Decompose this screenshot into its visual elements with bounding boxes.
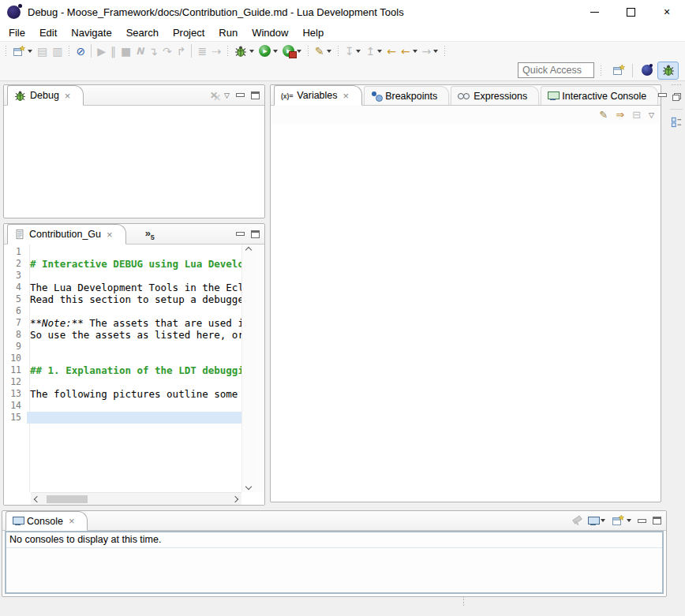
resume-button[interactable]: ▶ xyxy=(95,43,108,59)
vertical-scrollbar[interactable] xyxy=(241,245,254,492)
menu-help[interactable]: Help xyxy=(295,25,331,40)
scroll-down-icon[interactable] xyxy=(245,483,252,490)
toolbar-handle[interactable] xyxy=(5,45,7,57)
debug-button[interactable] xyxy=(232,43,256,59)
step-over-button[interactable]: ↷ xyxy=(160,43,174,59)
dropdown-arrow-icon[interactable] xyxy=(28,50,32,53)
dropdown-arrow-icon[interactable] xyxy=(377,50,382,53)
tab-interactive-console[interactable]: Interactive Console xyxy=(541,86,658,105)
toolbar-handle[interactable] xyxy=(444,45,446,57)
restore-view-button[interactable] xyxy=(668,89,684,105)
tab-console[interactable]: Console × xyxy=(6,511,88,531)
scroll-left-icon[interactable] xyxy=(34,496,40,502)
dropdown-arrow-icon[interactable] xyxy=(413,50,417,53)
open-perspective-button[interactable] xyxy=(608,62,629,80)
editor-view: Contribution_Gu × »5 1 2 # Interactive D… xyxy=(3,223,265,506)
dropdown-arrow-icon[interactable] xyxy=(327,50,331,53)
show-logical-structures-button[interactable]: ⇒ xyxy=(616,110,624,120)
close-tab-icon[interactable]: × xyxy=(343,91,350,101)
new-wizard-button[interactable] xyxy=(10,43,35,59)
remove-all-terminated-button[interactable]: ✕ xyxy=(210,90,218,101)
run-button[interactable] xyxy=(256,43,280,58)
horizontal-scrollbar[interactable] xyxy=(31,492,241,505)
toolbar-handle[interactable] xyxy=(307,45,309,57)
terminate-button[interactable]: ■ xyxy=(118,43,133,59)
dropdown-arrow-icon[interactable] xyxy=(297,50,301,53)
close-tab-icon[interactable]: × xyxy=(107,230,113,240)
maximize-window-button[interactable] xyxy=(612,0,649,24)
trim-separator xyxy=(670,109,683,110)
suspend-button[interactable]: ‖ xyxy=(108,43,118,59)
last-edit-location-button[interactable]: ← xyxy=(384,43,399,59)
use-step-filters-button[interactable]: ≣ xyxy=(195,43,209,59)
close-window-button[interactable]: × xyxy=(649,0,685,24)
outline-view-button[interactable] xyxy=(668,114,684,129)
scroll-right-icon[interactable] xyxy=(232,496,238,502)
minimize-icon xyxy=(590,12,599,13)
dropdown-arrow-icon[interactable] xyxy=(601,519,605,522)
external-tools-button[interactable] xyxy=(280,43,304,58)
tab-debug[interactable]: Debug × xyxy=(7,85,84,106)
minimize-view-button[interactable] xyxy=(236,232,245,236)
minimize-window-button[interactable] xyxy=(576,0,612,24)
menu-project[interactable]: Project xyxy=(166,25,211,40)
skip-all-breakpoints-button[interactable]: ⊘ xyxy=(73,43,88,59)
next-annotation-button[interactable]: ↧ xyxy=(342,43,364,59)
menu-navigate[interactable]: Navigate xyxy=(64,25,118,40)
menu-edit[interactable]: Edit xyxy=(32,25,64,40)
view-menu-button[interactable]: ▽ xyxy=(224,91,230,99)
display-selected-console-button[interactable] xyxy=(588,517,605,525)
ldt-perspective-button[interactable] xyxy=(636,62,657,80)
scrollbar-thumb[interactable] xyxy=(47,495,88,503)
more-editors-chevron[interactable]: »5 xyxy=(145,227,155,241)
maximize-view-button[interactable] xyxy=(251,230,260,238)
menu-window[interactable]: Window xyxy=(245,25,295,40)
toolbar-handle[interactable] xyxy=(68,45,70,57)
menu-file[interactable]: File xyxy=(2,25,32,40)
drop-to-frame-button[interactable]: ⇢ xyxy=(209,43,223,59)
disconnect-button[interactable]: N xyxy=(133,43,146,59)
save-all-button[interactable]: ▥ xyxy=(50,43,65,59)
step-into-button[interactable]: ↴ xyxy=(146,43,160,59)
minimize-view-button[interactable] xyxy=(236,93,245,97)
toolbar-handle[interactable] xyxy=(600,65,602,77)
quick-access-input[interactable] xyxy=(518,62,594,78)
dropdown-arrow-icon[interactable] xyxy=(273,50,278,53)
scroll-up-icon[interactable] xyxy=(245,247,252,253)
editor-text-area[interactable]: 1 2 # Interactive DEBUG using Lua Develo… xyxy=(4,246,241,492)
trim-drag-handle[interactable] xyxy=(671,84,682,86)
step-return-button[interactable]: ↱ xyxy=(174,43,189,59)
close-tab-icon[interactable]: × xyxy=(69,516,75,526)
dropdown-arrow-icon[interactable] xyxy=(249,50,254,53)
minimize-view-button[interactable] xyxy=(638,519,646,523)
minimize-view-button[interactable] xyxy=(658,93,667,97)
tab-breakpoints[interactable]: Breakpoints xyxy=(364,86,449,105)
maximize-view-button[interactable] xyxy=(653,517,661,525)
menu-search[interactable]: Search xyxy=(119,25,166,40)
maximize-view-button[interactable] xyxy=(251,91,260,99)
tab-expressions[interactable]: Expressions xyxy=(451,86,539,105)
status-drag-handle[interactable] xyxy=(462,595,465,607)
dropdown-arrow-icon[interactable] xyxy=(627,519,631,522)
collapse-all-button[interactable]: ⊟ xyxy=(632,110,641,120)
view-menu-button[interactable]: ▽ xyxy=(649,111,654,119)
tab-contribution-guide[interactable]: Contribution_Gu × xyxy=(7,224,126,245)
open-console-button[interactable] xyxy=(612,514,631,527)
close-tab-icon[interactable]: × xyxy=(65,91,71,101)
save-button[interactable]: ▤ xyxy=(35,43,50,59)
pin-console-button[interactable] xyxy=(571,516,582,526)
back-button[interactable]: ← xyxy=(399,43,420,59)
tab-variables[interactable]: Variables × xyxy=(274,85,362,106)
line-number: 6 xyxy=(4,305,27,317)
console-view: Console × No consoles to display at this… xyxy=(2,510,667,597)
forward-button[interactable]: → xyxy=(420,43,441,59)
toolbar-handle[interactable] xyxy=(226,45,229,57)
dropdown-arrow-icon[interactable] xyxy=(356,50,361,53)
show-type-names-button[interactable]: ✎ xyxy=(599,110,608,120)
dropdown-arrow-icon[interactable] xyxy=(433,50,438,53)
search-button[interactable]: ✎ xyxy=(313,43,334,59)
toolbar-handle[interactable] xyxy=(337,45,339,57)
previous-annotation-button[interactable]: ↥ xyxy=(363,43,384,59)
debug-perspective-button[interactable] xyxy=(657,62,679,80)
menu-run[interactable]: Run xyxy=(211,25,245,40)
